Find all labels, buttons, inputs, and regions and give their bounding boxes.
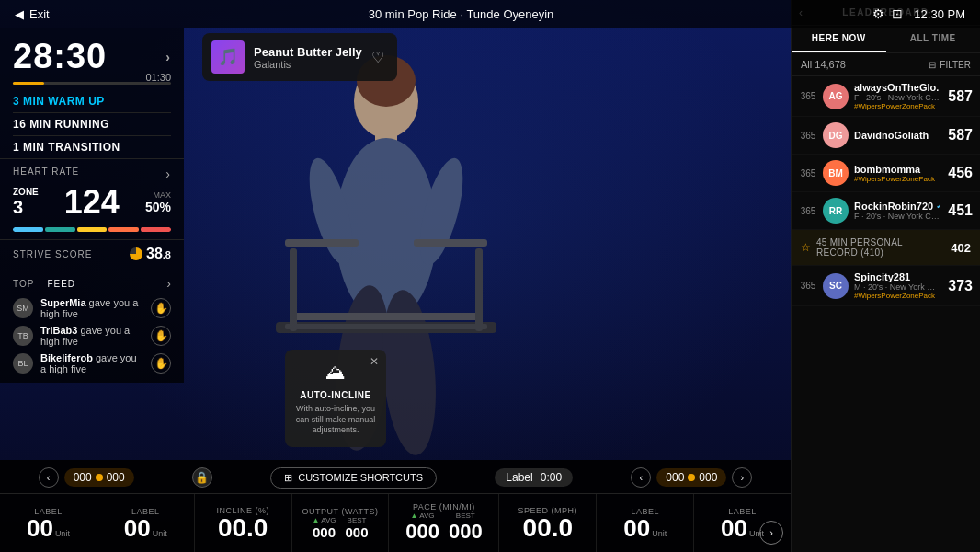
output-best: BEST 000 bbox=[346, 516, 369, 540]
top-bar-right: ⚙ ⊡ 12:30 PM bbox=[872, 6, 965, 21]
output-best-label: BEST bbox=[348, 516, 367, 524]
feed-user-2: TriBab3 bbox=[40, 325, 77, 336]
lb-avatar-2: DG bbox=[823, 122, 849, 148]
customize-shortcuts-button[interactable]: ⊞ CUSTOMIZE SHORTCUTS bbox=[270, 467, 437, 489]
speed-decrease-button[interactable]: ‹ bbox=[631, 467, 651, 488]
lb-score-2: 587 bbox=[945, 127, 973, 144]
hr-zone-3 bbox=[77, 227, 108, 232]
lb-entry-1: 365 AG alwaysOnTheGlo... ✓ F · 20's · Ne… bbox=[792, 76, 980, 117]
lb-name-3: bombmomma bbox=[854, 164, 940, 175]
stat-label-4: LABEL 00 Unit › bbox=[694, 494, 791, 552]
lb-entry-5: 365 SC Spincity281 M · 20's · New York C… bbox=[792, 266, 980, 306]
feed-tabs: TOP FEED bbox=[13, 279, 75, 289]
output-stat-label: OUTPUT (watts) bbox=[302, 507, 379, 516]
output-avg-label: AVG bbox=[321, 516, 336, 524]
heart-rate-max: MAX 50% bbox=[145, 190, 171, 214]
feed-avatar-3: BL bbox=[13, 353, 33, 374]
svg-rect-12 bbox=[475, 248, 483, 331]
strive-section: STRIVE SCORE 38.8 bbox=[0, 239, 184, 270]
tab-feed[interactable]: FEED bbox=[47, 279, 75, 289]
pr-label: 45 MIN PERSONAL RECORD (410) bbox=[816, 237, 945, 258]
customize-label: CUSTOMIZE SHORTCUTS bbox=[298, 472, 423, 483]
badge-time: 0:00 bbox=[541, 471, 562, 484]
lb-rank-2: 365 bbox=[799, 131, 817, 141]
stat-label-4-value: 00 bbox=[721, 516, 747, 540]
badge-label: Label bbox=[506, 471, 532, 484]
stat-label-1: LABEL 00 Unit bbox=[0, 494, 97, 552]
tooltip-title: AUTO-INCLINE bbox=[294, 390, 377, 400]
exit-button[interactable]: ◀ Exit bbox=[15, 7, 50, 21]
feed-section: TOP FEED › SM SuperMia gave you a high f… bbox=[0, 270, 184, 383]
incline-stat-value: 00.0 bbox=[218, 515, 268, 541]
timer-display: 28:30 › bbox=[13, 37, 171, 76]
feed-avatar-1: SM bbox=[13, 298, 33, 318]
lb-score-4: 451 bbox=[945, 202, 973, 219]
leaderboard-count: All 14,678 bbox=[801, 59, 846, 70]
feed-item-3: BL Bikeliferob gave you a high five ✋ bbox=[0, 350, 184, 377]
lb-info-1: alwaysOnTheGlo... ✓ F · 20's · New York … bbox=[854, 82, 940, 110]
airplay-icon[interactable]: ⊡ bbox=[892, 6, 903, 21]
segment-warm-up-label: 3 MIN WARM UP bbox=[13, 95, 105, 108]
exit-label: Exit bbox=[29, 7, 50, 21]
pace-stat-block: PACE (min/mi) ▲ AVG 000 BEST 000 bbox=[389, 494, 499, 552]
speed-increase-button[interactable]: › bbox=[732, 467, 752, 488]
heart-rate-label: HEART RATE bbox=[13, 167, 79, 181]
settings-icon[interactable]: ⚙ bbox=[872, 6, 884, 21]
lock-button[interactable]: 🔒 bbox=[192, 467, 212, 488]
lb-tag-1: #WipersPowerZonePack bbox=[854, 102, 940, 110]
stat-label-1-value: 00 bbox=[27, 516, 53, 540]
strive-label: STRIVE SCORE bbox=[13, 249, 92, 259]
filter-button[interactable]: ⊟ FILTER bbox=[929, 60, 971, 70]
hi5-button-1[interactable]: ✋ bbox=[151, 298, 171, 318]
svg-rect-11 bbox=[290, 248, 297, 331]
hi5-button-3[interactable]: ✋ bbox=[151, 353, 171, 374]
hi5-button-2[interactable]: ✋ bbox=[151, 326, 171, 346]
output-best-value: 000 bbox=[346, 524, 369, 540]
auto-incline-tooltip: ✕ ⛰ AUTO-INCLINE With auto-incline, you … bbox=[285, 350, 386, 447]
feed-user-1: SuperMia bbox=[40, 297, 86, 308]
top-bar-icons: ⚙ ⊡ bbox=[872, 6, 903, 21]
tab-top[interactable]: TOP bbox=[13, 279, 34, 289]
favorite-button[interactable]: ♡ bbox=[371, 49, 384, 66]
feed-text-1: SuperMia gave you a high five bbox=[40, 297, 143, 319]
lb-rank-4: 365 bbox=[799, 206, 817, 216]
lb-rank-5: 365 bbox=[799, 281, 817, 291]
strive-number: 38.8 bbox=[146, 246, 171, 262]
hr-zone-1 bbox=[13, 227, 43, 232]
tab-all-time[interactable]: ALL TIME bbox=[886, 26, 981, 52]
feed-user-3: Bikeliferob bbox=[40, 352, 93, 363]
pace-avg-label: AVG bbox=[419, 512, 434, 520]
speed-pill: 000 000 bbox=[656, 468, 726, 487]
tooltip-close-button[interactable]: ✕ bbox=[370, 355, 379, 368]
track-title: Peanut Butter Jelly bbox=[254, 45, 362, 59]
lb-entry-3: 365 BM bombmomma #WipersPowerZonePack 45… bbox=[792, 155, 980, 192]
tab-here-now[interactable]: HERE NOW bbox=[792, 26, 886, 52]
svg-rect-13 bbox=[285, 239, 359, 247]
now-playing-bar: 🎵 Peanut Butter Jelly Galantis ♡ bbox=[202, 33, 397, 81]
stat-label-2-unit: Unit bbox=[153, 529, 167, 538]
incline-decrease-button[interactable]: ‹ bbox=[39, 467, 59, 488]
left-panel: 28:30 › 01:30 3 MIN WARM UP 16 MIN RUNNI… bbox=[0, 28, 184, 383]
timer-value: 28:30 bbox=[13, 37, 107, 76]
lb-avatar-5: SC bbox=[823, 273, 849, 299]
feed-collapse-button[interactable]: › bbox=[166, 276, 171, 291]
svg-rect-10 bbox=[285, 324, 487, 329]
top-bar: ◀ Exit 30 min Pop Ride · Tunde Oyeneyin … bbox=[0, 0, 980, 28]
heart-rate-section: HEART RATE › ZONE 3 124 MAX 50% bbox=[0, 158, 184, 239]
stat-label-2: LABEL 00 Unit bbox=[97, 494, 195, 552]
pace-best-label: BEST bbox=[456, 512, 475, 520]
incline-stat-block: INCLINE (%) 00.0 bbox=[195, 494, 292, 552]
end-button[interactable]: › bbox=[759, 521, 783, 545]
incline-control-group: ‹ 000 000 bbox=[39, 467, 134, 488]
feed-item-2: TB TriBab3 gave you a high five ✋ bbox=[0, 322, 184, 350]
heart-rate-collapse-button[interactable]: › bbox=[165, 167, 171, 181]
timer-section: 28:30 › 01:30 bbox=[0, 28, 184, 90]
feed-avatar-2: TB bbox=[13, 326, 33, 346]
timer-collapse-button[interactable]: › bbox=[165, 50, 171, 64]
timer-progress-fill bbox=[13, 82, 44, 85]
strive-value-group: 38.8 bbox=[130, 246, 171, 262]
speed-dot bbox=[688, 474, 695, 481]
speed-left-val: 000 bbox=[666, 471, 684, 484]
auto-incline-icon: ⛰ bbox=[294, 361, 377, 385]
lb-score-5: 373 bbox=[945, 278, 973, 294]
